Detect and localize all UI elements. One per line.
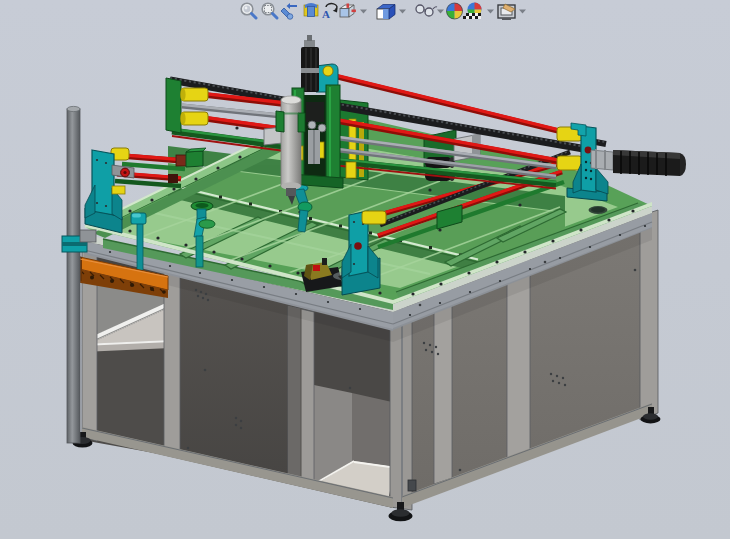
- svg-text:A: A: [322, 8, 330, 20]
